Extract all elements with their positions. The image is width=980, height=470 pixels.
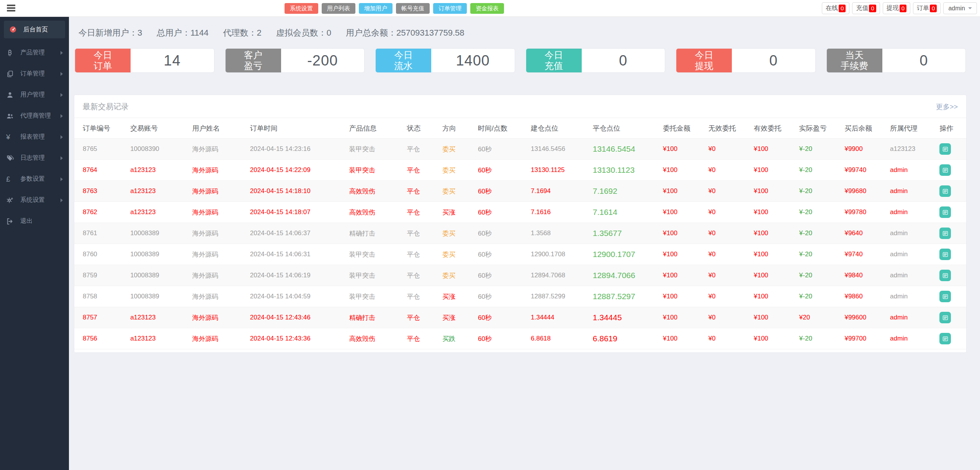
cell-balance: ¥99680 <box>842 181 888 202</box>
hamburger-menu-icon[interactable] <box>7 5 16 12</box>
quick-button[interactable]: 用户列表 <box>322 3 355 14</box>
cell-account: 10008390 <box>128 139 190 160</box>
table-row: 8763a123123海外源码2024-04-15 14:18:10高效毁伤平仓… <box>74 181 966 202</box>
sidebar-item-退出[interactable]: 退出 <box>0 211 69 232</box>
cell-balance: ¥9640 <box>842 223 888 244</box>
cell-invalid-entrust: ¥0 <box>706 265 752 286</box>
more-link[interactable]: 更多>> <box>936 102 958 111</box>
view-order-button[interactable] <box>939 270 951 281</box>
stat-card-label: 客户盈亏 <box>226 49 281 72</box>
cell-duration: 60秒 <box>476 223 528 244</box>
view-order-button[interactable] <box>939 333 951 344</box>
sidebar-item-代理商管理[interactable]: 代理商管理 <box>0 105 69 126</box>
cell-profit: ¥-20 <box>797 328 843 349</box>
cell-direction: 委买 <box>440 265 476 286</box>
quick-button[interactable]: 增加用户 <box>359 3 393 14</box>
stat-card-value: 1400 <box>431 49 515 72</box>
status-badge: 0 <box>930 5 937 12</box>
stat-card-label: 今日订单 <box>75 49 131 72</box>
gears-icon <box>6 196 16 205</box>
sidebar-item-订单管理[interactable]: 订单管理 <box>0 63 69 84</box>
column-header: 用户姓名 <box>190 118 248 139</box>
view-order-button[interactable] <box>939 143 951 155</box>
sidebar-item-报表管理[interactable]: ¥报表管理 <box>0 126 69 147</box>
orders-icon <box>6 70 16 78</box>
stat-card-label-line: 客户 <box>244 50 262 61</box>
cell-order-time: 2024-04-15 14:22:09 <box>248 160 347 181</box>
cell-agent: admin <box>888 244 937 265</box>
cell-valid-entrust: ¥100 <box>751 181 797 202</box>
view-order-button[interactable] <box>939 291 951 302</box>
stat-card-label: 今日流水 <box>376 49 431 72</box>
view-order-button[interactable] <box>939 164 951 176</box>
view-order-button[interactable] <box>939 312 951 323</box>
view-order-button[interactable] <box>939 228 951 239</box>
chevron-right-icon <box>61 93 63 97</box>
sidebar-item-日志管理[interactable]: 日志管理 <box>0 147 69 169</box>
status-button[interactable]: 提现0 <box>883 2 910 14</box>
cell-entrust-amount: ¥100 <box>661 265 706 286</box>
panel-title: 最新交易记录 <box>83 102 129 112</box>
quick-button[interactable]: 系统设置 <box>285 3 318 14</box>
sidebar-item-label: 产品管理 <box>20 49 45 57</box>
cell-account: 10008389 <box>128 223 190 244</box>
quick-button[interactable]: 资金报表 <box>470 3 504 14</box>
stat-card: 客户盈亏-200 <box>225 48 365 73</box>
column-header: 建仓点位 <box>528 118 591 139</box>
stat-card-label-line: 流水 <box>394 61 413 71</box>
view-order-button[interactable] <box>939 249 951 260</box>
cell-close-point: 7.1692 <box>591 181 661 202</box>
stat-item: 虚拟会员数：0 <box>276 27 331 39</box>
cell-status: 平仓 <box>405 139 440 160</box>
cell-open-point: 7.1616 <box>528 202 591 223</box>
cell-order-id: 8759 <box>74 265 128 286</box>
cell-order-id: 8760 <box>74 244 128 265</box>
sidebar-item-参数设置[interactable]: £参数设置 <box>0 169 69 190</box>
status-label: 提现 <box>887 4 899 12</box>
stat-card-label-line: 当天 <box>845 50 864 61</box>
table-row: 8762a123123海外源码2024-04-15 14:18:07高效毁伤平仓… <box>74 202 966 223</box>
cell-close-point: 1.34445 <box>591 307 661 328</box>
stat-card-value: -200 <box>281 49 365 72</box>
cell-order-id: 8761 <box>74 223 128 244</box>
user-icon <box>6 91 16 99</box>
user-dropdown[interactable]: admin <box>943 2 977 14</box>
status-button[interactable]: 在线0 <box>822 2 849 14</box>
quick-button[interactable]: 帐号充值 <box>396 3 430 14</box>
chevron-down-icon <box>968 7 972 9</box>
sidebar-item-后台首页[interactable]: 后台首页 <box>4 21 65 38</box>
cell-agent: admin <box>888 286 937 307</box>
top-bar: 系统设置用户列表增加用户帐号充值订单管理资金报表 在线0充值0提现0订单0adm… <box>0 0 980 17</box>
cell-order-time: 2024-04-15 14:04:59 <box>248 286 347 307</box>
cell-action <box>937 328 966 349</box>
table-row: 875910008389海外源码2024-04-15 14:06:19装甲突击平… <box>74 265 966 286</box>
status-button[interactable]: 订单0 <box>913 2 941 14</box>
stat-label: 总用户： <box>157 28 190 38</box>
stat-item: 今日新增用户：3 <box>79 27 142 39</box>
stat-card-label-line: 今日 <box>695 50 713 61</box>
cell-status: 平仓 <box>405 244 440 265</box>
cell-user-name: 海外源码 <box>190 265 248 286</box>
column-header: 无效委托 <box>706 118 752 139</box>
cell-close-point: 1.35677 <box>591 223 661 244</box>
view-order-button[interactable] <box>939 185 951 197</box>
stat-card-label-line: 订单 <box>94 61 112 71</box>
status-button[interactable]: 充值0 <box>852 2 880 14</box>
quick-button[interactable]: 订单管理 <box>433 3 467 14</box>
sidebar-item-label: 后台首页 <box>23 26 48 34</box>
sidebar-item-产品管理[interactable]: 产品管理 <box>0 42 69 63</box>
bitcoin-icon <box>6 49 16 57</box>
cell-valid-entrust: ¥100 <box>751 328 797 349</box>
view-order-button[interactable] <box>939 206 951 218</box>
cell-account: a123123 <box>128 328 190 349</box>
cell-balance: ¥9840 <box>842 265 888 286</box>
cell-direction: 买涨 <box>440 307 476 328</box>
cell-close-point: 6.8619 <box>591 328 661 349</box>
cell-profit: ¥-20 <box>797 139 843 160</box>
sidebar-item-系统设置[interactable]: 系统设置 <box>0 190 69 211</box>
cell-action <box>937 223 966 244</box>
column-header: 所属代理 <box>888 118 937 139</box>
sidebar-item-用户管理[interactable]: 用户管理 <box>0 84 69 105</box>
cell-balance: ¥9860 <box>842 286 888 307</box>
cell-account: a123123 <box>128 160 190 181</box>
